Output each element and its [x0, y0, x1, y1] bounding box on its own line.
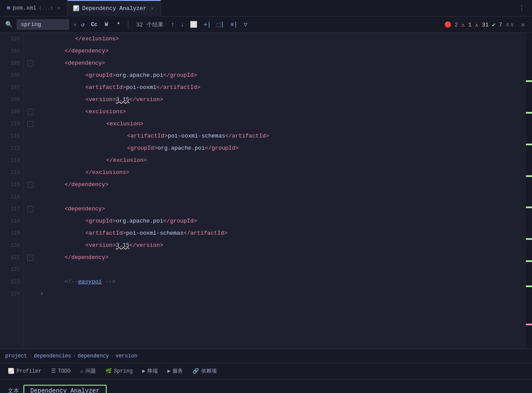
fold-110-icon[interactable]: − [27, 121, 33, 127]
code-line-114: </exclusions> [40, 167, 522, 179]
code-line-121: </dependency> [40, 252, 522, 264]
deps-label: 依赖项 [201, 367, 217, 375]
code-line-119: <artifactId>poi-ooxml-schemas</artifactI… [40, 227, 522, 239]
tab-pom-close[interactable]: ✕ [56, 4, 62, 12]
status-chevrons[interactable]: ∧ ∨ [506, 21, 514, 28]
gutter-110[interactable]: − [24, 118, 37, 130]
search-icon: 🔍 [3, 21, 14, 28]
code-line-120: <version>3.15</version> [40, 239, 522, 252]
search-clear-button[interactable]: ✕ [72, 20, 78, 29]
dep-analyzer-bar: 文本 Dependency Analyzer [0, 379, 532, 393]
gutter-103 [24, 33, 37, 45]
search-split-button[interactable]: +| [201, 20, 213, 29]
code-line-103: </exclusions> [40, 33, 522, 45]
gutter-111 [24, 130, 37, 142]
scrollbar-markers [526, 33, 532, 349]
gutter-116 [24, 191, 37, 203]
line-num-113: 113 [0, 154, 23, 167]
tab-pom[interactable]: m pom.xml (...t ✕ [2, 0, 68, 16]
fold-115-icon[interactable]: □ [27, 182, 33, 188]
line-num-124: 124 [0, 288, 23, 300]
right-scrollbar[interactable] [526, 33, 532, 349]
breadcrumb-dependency[interactable]: dependency [78, 353, 109, 359]
code-line-113: </exclusion> [40, 154, 522, 167]
breadcrumb-version[interactable]: version [115, 353, 137, 359]
line-num-120: 120 [0, 239, 23, 252]
gutter-107 [24, 82, 37, 94]
bottom-tab-terminal[interactable]: ▶ 终端 [138, 364, 162, 378]
gutter-119 [24, 227, 37, 239]
breadcrumb-dependencies[interactable]: dependencies [34, 353, 71, 359]
breadcrumb-sep-2: › [73, 353, 76, 359]
search-view-button[interactable]: ⬜ [188, 20, 199, 29]
gutter-109[interactable]: − [24, 106, 37, 118]
spring-icon: 🌿 [105, 368, 112, 374]
search-next-button[interactable]: ↓ [178, 20, 186, 29]
bottom-tab-spring[interactable]: 🌿 Spring [101, 364, 137, 378]
line-num-105: 105 [0, 57, 23, 69]
code-content: </exclusions> </dependency> <dependency>… [37, 33, 526, 349]
code-line-109: <exclusions> [40, 106, 522, 118]
tab-dep-icon: 📊 [73, 5, 79, 12]
scroll-marker-6 [526, 238, 532, 240]
bottom-tab-issues[interactable]: ⚠ 问题 [75, 364, 100, 378]
line-num-117: 117 [0, 203, 23, 215]
error-count: 🔴 2 [444, 21, 458, 28]
line-num-107: 107 [0, 82, 23, 94]
match-word-button[interactable]: W [101, 20, 111, 29]
gutter-120 [24, 239, 37, 252]
search-filter3-button[interactable]: ▽ [242, 20, 249, 29]
scroll-marker-9 [526, 324, 532, 325]
code-line-105: <dependency> [40, 57, 522, 69]
search-prev-button[interactable]: ↑ [169, 20, 176, 29]
search-refresh-button[interactable]: ↺ [81, 21, 85, 28]
code-gutter: − − − □ − □ [24, 33, 37, 349]
gutter-112 [24, 142, 37, 154]
code-line-123: <!--easypoi --> [40, 276, 522, 288]
search-close-button[interactable]: ✕ [517, 20, 529, 29]
code-line-124: ▼ [40, 288, 522, 300]
wen-ben-tab[interactable]: 文本 [3, 387, 23, 393]
line-num-108: 108 [0, 94, 23, 106]
code-line-106: <groupId>org.apache.poi</groupId> [40, 69, 522, 82]
fold-109-icon[interactable]: − [27, 109, 33, 115]
tab-pom-extra: (...t [39, 6, 53, 11]
terminal-label: 终端 [147, 367, 158, 375]
scroll-marker-4 [526, 175, 532, 177]
match-case-button[interactable]: Cc [89, 20, 99, 29]
search-filter2-button[interactable]: ≡| [228, 20, 240, 29]
bottom-tab-todo[interactable]: ☰ TODO [47, 364, 75, 378]
tab-dependency-analyzer[interactable]: 📊 Dependency Analyzer ✕ [68, 0, 161, 16]
search-options: Cc W * [89, 20, 124, 29]
fold-117-icon[interactable]: − [27, 206, 33, 212]
scroll-marker-7 [526, 260, 532, 262]
dependency-analyzer-tab[interactable]: Dependency Analyzer [23, 385, 107, 393]
tab-dep-label: Dependency Analyzer [82, 5, 146, 12]
bottom-tab-deps[interactable]: 🔗 依赖项 [188, 364, 221, 378]
scroll-marker-1 [526, 80, 532, 82]
bottom-tab-services[interactable]: ▶ 服务 [163, 364, 187, 378]
tab-dep-close[interactable]: ✕ [149, 5, 156, 12]
regex-button[interactable]: * [113, 20, 124, 29]
editor-area: 103 104 105 106 107 108 109 110 111 112 … [0, 33, 532, 349]
breadcrumb: project › dependencies › dependency › ve… [0, 349, 532, 363]
gutter-105[interactable]: − [24, 57, 37, 69]
fold-121-icon[interactable]: □ [27, 255, 33, 261]
scroll-marker-2 [526, 112, 532, 114]
line-num-122: 122 [0, 264, 23, 276]
dep-analyzer-label: Dependency Analyzer [30, 387, 100, 393]
search-filter1-button[interactable]: ⬚| [215, 20, 226, 29]
status-indicators: 🔴 2 ⚠ 1 ⚠ 31 ✔ 7 ∧ ∨ ✕ [444, 20, 529, 29]
search-divider [128, 20, 128, 29]
search-input[interactable] [17, 20, 69, 29]
tab-more-button[interactable]: ⋮ [513, 4, 530, 13]
gutter-108 [24, 94, 37, 106]
bottom-tab-profiler[interactable]: 📈 Profiler [3, 364, 46, 378]
profiler-icon: 📈 [8, 368, 14, 374]
line-num-112: 112 [0, 142, 23, 154]
fold-105-icon[interactable]: − [27, 60, 33, 66]
code-line-107: <artifactId>poi-ooxml</artifactId> [40, 82, 522, 94]
line-numbers: 103 104 105 106 107 108 109 110 111 112 … [0, 33, 24, 349]
breadcrumb-project[interactable]: project [5, 353, 27, 359]
gutter-117[interactable]: − [24, 203, 37, 215]
